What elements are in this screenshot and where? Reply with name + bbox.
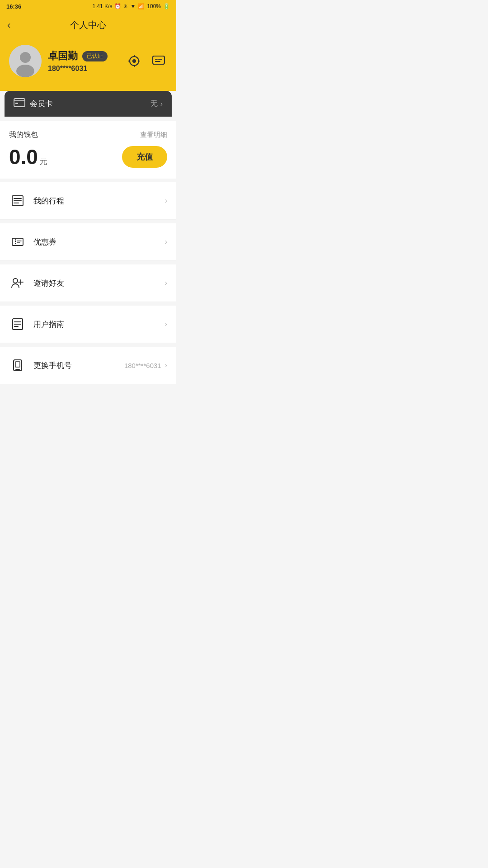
- user-guide-arrow: ›: [165, 320, 167, 328]
- signal-icon: 📶: [138, 3, 145, 9]
- svg-point-2: [16, 65, 34, 77]
- profile-left: 卓国勤 已认证 180****6031: [9, 45, 108, 77]
- change-phone-value: 180****6031: [124, 362, 161, 369]
- wallet-balance: 0.0 元: [9, 146, 47, 167]
- profile-info: 卓国勤 已认证 180****6031: [48, 49, 108, 73]
- coupons-arrow: ›: [165, 238, 167, 246]
- card-icon: [14, 98, 25, 109]
- balance-unit: 元: [39, 156, 47, 167]
- svg-rect-9: [153, 56, 164, 64]
- menu-item-change-phone[interactable]: 更换手机号 180****6031 ›: [0, 347, 176, 384]
- alarm-icon: ⏰: [114, 3, 121, 9]
- menu-gap-4: [0, 343, 176, 347]
- menu-gap-1: [0, 220, 176, 223]
- my-trips-arrow: ›: [165, 197, 167, 205]
- back-button[interactable]: ‹: [7, 19, 10, 31]
- profile-action-icons: [126, 52, 167, 70]
- invite-friends-label: 邀请好友: [33, 278, 165, 288]
- verified-badge: 已认证: [82, 51, 108, 61]
- wallet-balance-row: 0.0 元 充值: [9, 146, 167, 168]
- profile-name-row: 卓国勤 已认证: [48, 49, 108, 63]
- menu-item-coupons[interactable]: 优惠券 ›: [0, 223, 176, 261]
- svg-point-1: [20, 52, 31, 63]
- menu-section: 我的行程 › 优惠券 › 邀请好友 ›: [0, 182, 176, 384]
- svg-rect-15: [15, 103, 18, 104]
- member-card-arrow: ›: [160, 100, 163, 108]
- change-phone-arrow: ›: [165, 361, 167, 369]
- wifi-icon: ▼: [130, 3, 136, 9]
- user-phone: 180****6031: [48, 65, 108, 73]
- battery-icon: 🔋: [163, 3, 170, 9]
- battery-percent: 100%: [147, 3, 161, 9]
- recharge-button[interactable]: 充值: [122, 146, 167, 168]
- trips-icon: [9, 192, 26, 209]
- invite-icon: [9, 274, 26, 292]
- message-button[interactable]: [150, 52, 167, 70]
- menu-item-user-guide[interactable]: 用户指南 ›: [0, 306, 176, 343]
- wallet-title: 我的钱包: [9, 130, 38, 140]
- status-right: 1.41 K/s ⏰ ✳ ▼ 📶 100% 🔋: [92, 3, 170, 9]
- menu-item-my-trips[interactable]: 我的行程 ›: [0, 182, 176, 220]
- user-guide-label: 用户指南: [33, 319, 165, 330]
- my-trips-label: 我的行程: [33, 196, 165, 206]
- member-card[interactable]: 会员卡 无 ›: [5, 91, 172, 117]
- invite-friends-arrow: ›: [165, 279, 167, 287]
- member-card-right: 无 ›: [150, 99, 163, 108]
- user-name: 卓国勤: [48, 49, 78, 63]
- svg-point-24: [13, 278, 18, 283]
- menu-gap-3: [0, 302, 176, 306]
- guide-icon: [9, 316, 26, 333]
- menu-gap-2: [0, 261, 176, 264]
- avatar[interactable]: [9, 45, 42, 77]
- status-time: 16:36: [6, 3, 21, 10]
- wallet-section: 我的钱包 查看明细 0.0 元 充值: [0, 121, 176, 179]
- menu-item-invite-friends[interactable]: 邀请好友 ›: [0, 264, 176, 302]
- balance-amount: 0.0: [9, 146, 38, 167]
- svg-rect-33: [15, 362, 20, 367]
- coupon-icon: [9, 233, 26, 250]
- wallet-detail-link[interactable]: 查看明细: [140, 131, 167, 139]
- profile-section: 卓国勤 已认证 180****6031: [0, 40, 176, 91]
- network-speed: 1.41 K/s: [92, 3, 112, 9]
- member-card-left: 会员卡: [14, 98, 53, 109]
- coupons-label: 优惠券: [33, 237, 165, 247]
- phone-icon: [9, 357, 26, 374]
- member-card-label: 会员卡: [30, 99, 53, 109]
- change-phone-label: 更换手机号: [33, 360, 124, 371]
- svg-rect-13: [14, 99, 25, 107]
- member-card-value: 无: [150, 99, 158, 108]
- bluetooth-icon: ✳: [123, 3, 128, 9]
- page-header: ‹ 个人中心: [0, 13, 176, 40]
- status-bar: 16:36 1.41 K/s ⏰ ✳ ▼ 📶 100% 🔋: [0, 0, 176, 13]
- scan-button[interactable]: [126, 52, 143, 70]
- svg-point-4: [132, 59, 136, 63]
- page-title: 个人中心: [70, 19, 106, 31]
- wallet-header: 我的钱包 查看明细: [9, 130, 167, 140]
- svg-rect-20: [12, 238, 23, 245]
